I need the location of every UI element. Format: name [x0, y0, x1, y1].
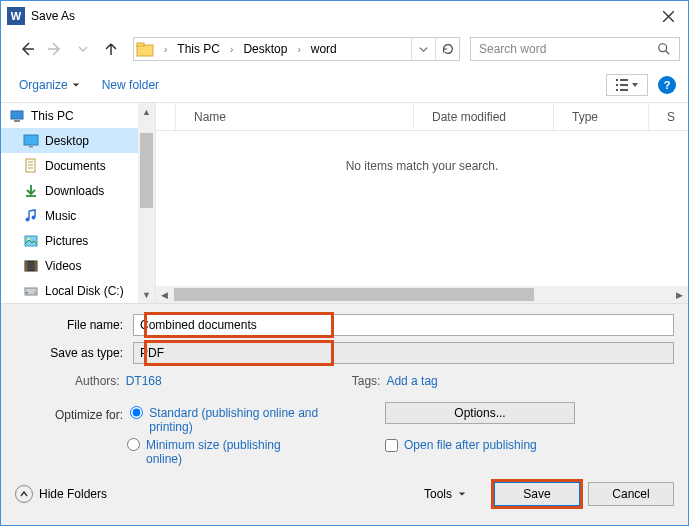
tree-item-label: Local Disk (C:)	[45, 284, 124, 298]
optimize-standard-radio[interactable]	[130, 406, 143, 419]
word-app-icon: W	[7, 7, 25, 25]
save-button[interactable]: Save	[494, 482, 580, 506]
tags-label: Tags:	[352, 374, 381, 388]
cancel-button[interactable]: Cancel	[588, 482, 674, 506]
music-icon	[23, 208, 39, 224]
file-name-input[interactable]	[133, 314, 674, 336]
open-after-checkbox[interactable]	[385, 439, 398, 452]
tree-scrollbar[interactable]: ▲▼	[138, 103, 155, 303]
address-dropdown[interactable]	[411, 38, 435, 60]
open-after-label[interactable]: Open file after publishing	[404, 438, 537, 452]
breadcrumb-desktop[interactable]: Desktop	[239, 42, 291, 56]
tree-item-this-pc[interactable]: This PC	[1, 103, 155, 128]
svg-line-7	[666, 51, 670, 55]
file-list-pane: Name Date modified Type S No items match…	[156, 103, 688, 303]
folder-icon	[134, 38, 156, 60]
svg-rect-5	[137, 43, 144, 46]
videos-icon	[23, 258, 39, 274]
svg-rect-13	[620, 89, 628, 91]
svg-rect-15	[14, 120, 20, 122]
save-as-type-combo[interactable]: PDF	[133, 342, 674, 364]
tree-item-local-disk-c-[interactable]: Local Disk (C:)	[1, 278, 155, 303]
tree-item-pictures[interactable]: Pictures	[1, 228, 155, 253]
forward-button[interactable]	[43, 37, 67, 61]
tree-item-label: Videos	[45, 259, 81, 273]
scroll-thumb[interactable]	[174, 288, 534, 301]
svg-rect-4	[137, 45, 153, 56]
tree-item-videos[interactable]: Videos	[1, 253, 155, 278]
search-input[interactable]	[471, 41, 649, 57]
tree-item-desktop[interactable]: Desktop	[1, 128, 155, 153]
chevron-right-icon[interactable]: ›	[226, 44, 237, 55]
chevron-right-icon[interactable]: ›	[160, 44, 171, 55]
column-headers[interactable]: Name Date modified Type S	[156, 103, 688, 131]
tree-item-label: Desktop	[45, 134, 89, 148]
tree-item-downloads[interactable]: Downloads	[1, 178, 155, 203]
col-date[interactable]: Date modified	[414, 103, 554, 130]
svg-rect-30	[25, 288, 37, 295]
tools-menu[interactable]: Tools	[424, 487, 466, 501]
svg-rect-8	[616, 79, 618, 81]
tree-item-music[interactable]: Music	[1, 203, 155, 228]
refresh-button[interactable]	[435, 38, 459, 60]
new-folder-button[interactable]: New folder	[102, 78, 159, 92]
svg-rect-29	[35, 261, 38, 271]
window-title: Save As	[31, 9, 648, 23]
authors-value[interactable]: DT168	[126, 374, 162, 388]
empty-message: No items match your search.	[156, 131, 688, 286]
tags-value[interactable]: Add a tag	[386, 374, 437, 388]
search-box[interactable]	[470, 37, 680, 61]
tree-item-label: This PC	[31, 109, 74, 123]
tree-item-documents[interactable]: Documents	[1, 153, 155, 178]
back-button[interactable]	[15, 37, 39, 61]
chevron-right-icon[interactable]: ›	[293, 44, 304, 55]
title-bar: W Save As	[1, 1, 688, 31]
breadcrumb-this-pc[interactable]: This PC	[173, 42, 224, 56]
svg-rect-31	[26, 292, 28, 294]
close-button[interactable]	[648, 1, 688, 31]
scroll-thumb[interactable]	[140, 133, 153, 208]
hide-folders-button[interactable]: Hide Folders	[15, 485, 107, 503]
organize-menu[interactable]: Organize	[19, 78, 80, 92]
view-options-button[interactable]	[606, 74, 648, 96]
downloads-icon	[23, 183, 39, 199]
horizontal-scrollbar[interactable]: ◀ ▶	[156, 286, 688, 303]
breadcrumb-word[interactable]: word	[307, 42, 341, 56]
scroll-right-icon[interactable]: ▶	[671, 290, 688, 300]
chevron-up-icon	[15, 485, 33, 503]
nav-row: › This PC › Desktop › word	[1, 31, 688, 67]
folder-tree: This PCDesktopDocumentsDownloadsMusicPic…	[1, 103, 156, 303]
optimize-minimum-radio[interactable]	[127, 438, 140, 451]
file-name-label: File name:	[15, 318, 127, 332]
recent-dropdown[interactable]	[71, 37, 95, 61]
tree-item-label: Pictures	[45, 234, 88, 248]
options-button[interactable]: Options...	[385, 402, 575, 424]
desktop-icon	[23, 133, 39, 149]
svg-rect-11	[620, 84, 628, 86]
search-icon[interactable]	[649, 42, 679, 56]
svg-point-23	[26, 217, 30, 221]
svg-rect-14	[11, 111, 23, 119]
save-as-type-label: Save as type:	[15, 346, 127, 360]
svg-rect-10	[616, 84, 618, 86]
svg-rect-12	[616, 89, 618, 91]
svg-rect-25	[25, 236, 37, 246]
pc-icon	[9, 108, 25, 124]
address-bar[interactable]: › This PC › Desktop › word	[133, 37, 460, 61]
tree-item-label: Music	[45, 209, 76, 223]
scroll-left-icon[interactable]: ◀	[156, 290, 173, 300]
tree-item-label: Downloads	[45, 184, 104, 198]
col-name[interactable]: Name	[176, 103, 414, 130]
help-button[interactable]: ?	[658, 76, 676, 94]
up-button[interactable]	[99, 37, 123, 61]
col-type[interactable]: Type	[554, 103, 649, 130]
optimize-minimum-label[interactable]: Minimum size (publishing online)	[146, 438, 316, 466]
optimize-standard-label[interactable]: Standard (publishing online and printing…	[149, 406, 319, 434]
scroll-down-icon[interactable]: ▼	[138, 286, 155, 303]
scroll-up-icon[interactable]: ▲	[138, 103, 155, 120]
optimize-for-label: Optimize for:	[55, 408, 123, 422]
col-size[interactable]: S	[649, 103, 688, 130]
svg-point-24	[32, 215, 36, 219]
pictures-icon	[23, 233, 39, 249]
svg-rect-16	[24, 135, 38, 145]
